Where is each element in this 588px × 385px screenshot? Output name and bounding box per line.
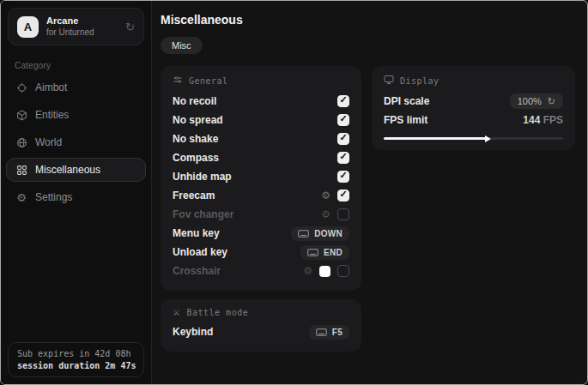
fps-limit-value: 144 FPS <box>523 114 563 126</box>
grid-icon <box>15 165 27 176</box>
sub-expiry-text: Sub expires in 42d 08h <box>17 349 135 358</box>
entities-icon <box>15 110 27 121</box>
display-panel: Display DPI scale 100% ↻ FPS limit 144 <box>372 66 575 150</box>
row-no-shake: No shake <box>173 129 349 148</box>
sidebar: A Arcane for Unturned ↻ Category Aimbot <box>1 1 152 384</box>
refresh-icon[interactable]: ↻ <box>125 21 135 33</box>
battle-keybind[interactable]: F5 <box>309 325 349 340</box>
slider-fill <box>384 137 486 140</box>
freecam-checkbox[interactable] <box>337 189 349 202</box>
row-battle-keybind: Keybind F5 <box>173 322 349 341</box>
sidebar-item-label: Aimbot <box>35 81 67 93</box>
row-label: Crosshair <box>173 265 221 277</box>
keyboard-icon <box>298 230 309 238</box>
sliders-icon <box>173 75 183 87</box>
row-label: Menu key <box>173 227 220 239</box>
row-no-recoil: No recoil <box>173 92 349 111</box>
no-shake-checkbox[interactable] <box>337 133 349 145</box>
row-label: Fov changer <box>173 208 233 220</box>
keybind-value: END <box>324 248 342 257</box>
fps-unit: FPS <box>543 114 563 126</box>
row-crosshair: Crosshair ⚙ <box>173 262 349 280</box>
row-label: Unhide map <box>173 171 232 183</box>
sidebar-item-label: Miscellaneous <box>35 164 100 176</box>
row-label: Compass <box>173 152 219 164</box>
fov-changer-gear-icon[interactable]: ⚙ <box>321 209 330 220</box>
keybind-value: DOWN <box>314 229 342 238</box>
app-title: Arcane <box>46 15 94 27</box>
reset-icon[interactable]: ↻ <box>548 97 555 106</box>
freecam-gear-icon[interactable]: ⚙ <box>321 190 330 201</box>
row-menu-key: Menu key DOWN <box>173 224 349 243</box>
row-label: FPS limit <box>384 114 427 126</box>
display-panel-title: Display <box>400 76 439 86</box>
row-fps-limit: FPS limit 144 FPS <box>384 111 563 129</box>
general-panel-title: General <box>189 76 228 86</box>
menu-key-keybind[interactable]: DOWN <box>291 226 349 241</box>
battle-mode-panel: ⚔ Battle mode Keybind F5 <box>161 299 361 352</box>
tab-misc[interactable]: Misc <box>161 37 203 54</box>
sidebar-item-label: World <box>35 136 62 148</box>
row-unhide-map: Unhide map <box>173 167 349 186</box>
sidebar-nav: Aimbot Entities World <box>1 75 151 209</box>
row-label: Keybind <box>173 326 213 338</box>
app-title-block: Arcane for Unturned <box>46 15 94 38</box>
subscription-status-card: Sub expires in 42d 08h session duration … <box>8 342 144 377</box>
crosshair-icon <box>15 82 27 93</box>
sidebar-item-settings[interactable]: ⚙ Settings <box>6 185 146 209</box>
tab-bar: Misc <box>161 37 575 54</box>
sidebar-item-label: Entities <box>35 109 69 121</box>
row-no-spread: No spread <box>173 111 349 129</box>
page-title: Miscellaneous <box>161 13 575 27</box>
fps-number: 144 <box>523 114 540 126</box>
general-panel: General No recoil No spread No shake <box>161 66 361 291</box>
swords-icon: ⚔ <box>173 309 180 317</box>
sidebar-item-world[interactable]: World <box>6 130 146 154</box>
row-label: No shake <box>173 133 218 145</box>
crosshair-gear-icon[interactable]: ⚙ <box>303 266 312 276</box>
unhide-map-checkbox[interactable] <box>337 171 349 183</box>
main-content: Miscellaneous Misc General <box>152 1 587 384</box>
sidebar-item-miscellaneous[interactable]: Miscellaneous <box>6 158 146 182</box>
dpi-scale-value: 100% <box>518 96 542 106</box>
row-unload-key: Unload key END <box>173 243 349 262</box>
session-duration-text: session duration 2m 47s <box>17 361 135 370</box>
gear-icon: ⚙ <box>15 192 27 203</box>
monitor-icon <box>384 75 394 87</box>
row-dpi-scale: DPI scale 100% ↻ <box>384 92 563 111</box>
row-label: Unload key <box>173 246 227 258</box>
unload-key-keybind[interactable]: END <box>300 245 349 260</box>
compass-checkbox[interactable] <box>337 152 349 164</box>
dpi-scale-badge[interactable]: 100% ↻ <box>510 93 563 109</box>
app-window: A Arcane for Unturned ↻ Category Aimbot <box>0 0 588 385</box>
no-recoil-checkbox[interactable] <box>337 95 349 107</box>
fps-limit-slider[interactable] <box>384 137 563 140</box>
avatar: A <box>17 16 39 38</box>
no-spread-checkbox[interactable] <box>337 114 349 126</box>
keyboard-icon <box>316 328 327 336</box>
app-header-card: A Arcane for Unturned ↻ <box>8 8 144 45</box>
keybind-value: F5 <box>332 328 342 337</box>
row-label: Freecam <box>173 189 215 202</box>
keyboard-icon <box>307 249 318 256</box>
sidebar-item-aimbot[interactable]: Aimbot <box>6 75 146 99</box>
battle-mode-panel-title: Battle mode <box>186 308 248 317</box>
row-fov-changer: Fov changer ⚙ <box>173 205 349 224</box>
row-label: DPI scale <box>384 95 429 107</box>
row-label: No recoil <box>173 95 216 107</box>
sidebar-item-entities[interactable]: Entities <box>6 103 146 127</box>
sidebar-item-label: Settings <box>35 191 72 203</box>
crosshair-checkbox[interactable] <box>337 265 349 277</box>
slider-thumb[interactable] <box>485 135 491 142</box>
globe-icon <box>15 137 27 148</box>
fov-changer-checkbox[interactable] <box>337 208 349 220</box>
row-compass: Compass <box>173 148 349 167</box>
crosshair-color-swatch[interactable] <box>319 266 330 277</box>
row-label: No spread <box>173 114 223 126</box>
category-label: Category <box>1 52 151 75</box>
app-subtitle: for Unturned <box>46 27 94 39</box>
row-freecam: Freecam ⚙ <box>173 186 349 205</box>
